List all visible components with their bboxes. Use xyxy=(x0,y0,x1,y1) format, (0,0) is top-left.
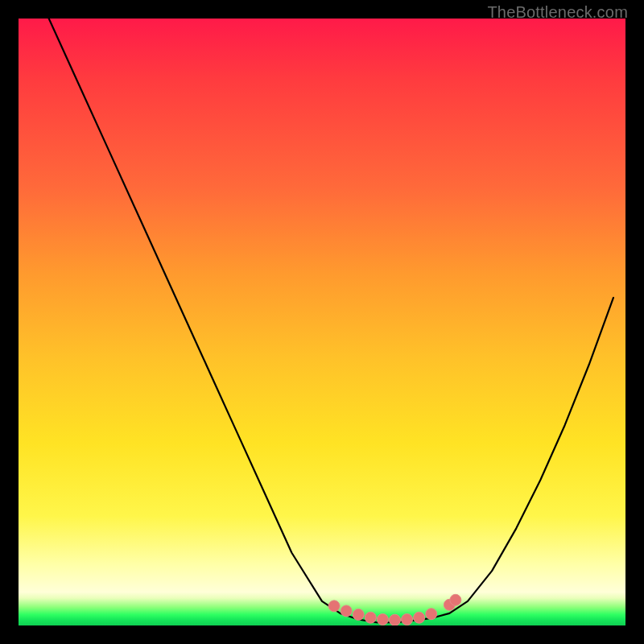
peak-marker xyxy=(414,612,425,623)
peak-region-markers xyxy=(328,594,461,625)
chart-stage: TheBottleneck.com xyxy=(0,0,644,644)
peak-marker xyxy=(450,594,461,605)
peak-marker xyxy=(365,612,376,623)
peak-marker xyxy=(341,605,352,617)
peak-marker xyxy=(377,613,388,625)
peak-marker xyxy=(328,601,340,612)
peak-marker xyxy=(389,614,400,625)
peak-marker xyxy=(353,609,364,620)
plot-area xyxy=(19,19,625,625)
peak-marker xyxy=(426,609,437,620)
peak-marker xyxy=(402,613,413,625)
marker-layer xyxy=(19,19,625,625)
